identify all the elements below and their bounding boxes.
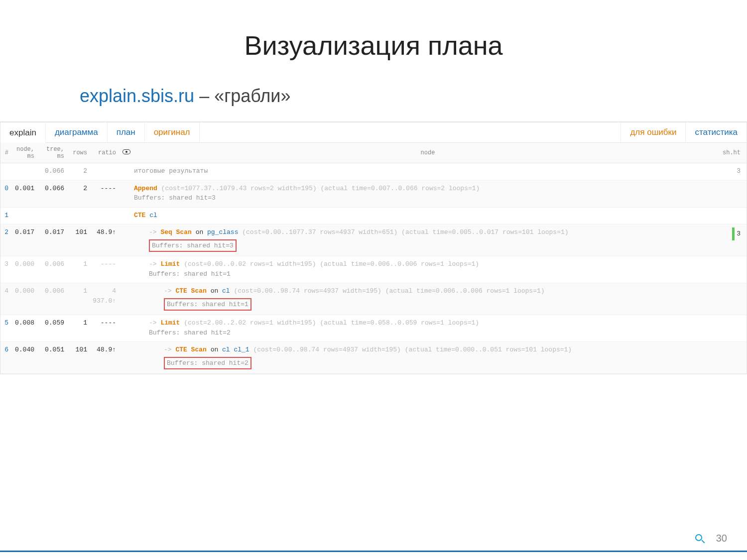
hdr-node: node (132, 149, 722, 156)
total-sh: 3 (722, 166, 747, 176)
row-body: -> Limit (cost=2.00..2.02 rows=1 width=1… (132, 318, 722, 337)
row-ratio (90, 211, 121, 221)
tab-diagram[interactable]: диаграмма (46, 122, 108, 142)
row-sh: 3 (722, 227, 747, 252)
row-num: 4 (0, 286, 10, 311)
total-tree: 0.066 (40, 166, 66, 176)
row-ratio: ---- (90, 318, 121, 337)
row-num: 2 (0, 227, 10, 252)
row-node-ms: 0.040 (10, 345, 36, 369)
row-ratio: ---- (90, 259, 121, 279)
row-rows: 2 (70, 184, 90, 203)
plan-row[interactable]: 00.0010.0662----Append (cost=1077.37..10… (0, 181, 747, 208)
hdr-ratio: ratio (90, 149, 121, 156)
row-num: 3 (0, 259, 10, 279)
row-sh (722, 286, 747, 311)
hdr-sh: sh.ht (722, 149, 747, 156)
footer-line (0, 551, 747, 552)
tab-bar: explain диаграмма план оригинал для ошиб… (0, 122, 747, 143)
row-ratio: 48.9↑ (90, 227, 121, 252)
eye-icon (123, 149, 130, 154)
row-sh (722, 211, 747, 221)
buffers-line: Buffers: shared hit=3 (149, 239, 237, 252)
row-body: Append (cost=1077.37..1079.43 rows=2 wid… (132, 184, 722, 203)
plan-row[interactable]: 20.0170.01710148.9↑-> Seq Scan on pg_cla… (0, 224, 747, 256)
buffers-line: Buffers: shared hit=1 (149, 270, 231, 278)
tab-error[interactable]: для ошибки (621, 122, 685, 142)
row-node-ms (10, 211, 36, 221)
plan-row[interactable]: 1CTE cl (0, 208, 747, 225)
row-tree-ms: 0.017 (40, 227, 66, 252)
row-sh (722, 259, 747, 279)
row-body: -> Limit (cost=0.00..0.02 rows=1 width=1… (132, 259, 722, 279)
row-body: -> Seq Scan on pg_class (cost=0.00..1077… (132, 227, 722, 252)
tab-original[interactable]: оригинал (145, 122, 200, 142)
row-num: 5 (0, 318, 10, 337)
row-rows: 1 (70, 318, 90, 337)
hdr-node-ms: node, ms (10, 146, 36, 160)
explain-panel: explain диаграмма план оригинал для ошиб… (0, 121, 747, 374)
tab-plan[interactable]: план (108, 122, 145, 142)
row-rows: 101 (70, 227, 90, 252)
row-ratio: 4 937.0↑ (90, 286, 121, 311)
buffers-line: Buffers: shared hit=2 (164, 357, 251, 370)
row-sh (722, 318, 747, 337)
buffers-line: Buffers: shared hit=1 (164, 298, 251, 311)
row-num: 1 (0, 211, 10, 221)
row-node-ms: 0.017 (10, 227, 36, 252)
tab-stats[interactable]: статистика (685, 122, 747, 142)
row-body: -> CTE Scan on cl (cost=0.00..98.74 rows… (132, 286, 722, 311)
row-node-ms: 0.001 (10, 184, 36, 203)
plan-row[interactable]: 30.0000.0061-----> Limit (cost=0.00..0.0… (0, 256, 747, 283)
row-ratio: 48.9↑ (90, 345, 121, 369)
row-tree-ms: 0.006 (40, 259, 66, 279)
row-node-ms: 0.008 (10, 318, 36, 337)
row-body: CTE cl (132, 211, 722, 221)
row-num: 6 (0, 345, 10, 369)
hdr-num: # (0, 149, 10, 156)
row-rows: 1 (70, 286, 90, 311)
row-num: 0 (0, 184, 10, 203)
row-rows: 101 (70, 345, 90, 369)
eye-toggle[interactable] (121, 149, 132, 156)
row-rows (70, 211, 90, 221)
total-row: 0.066 2 итоговые результаты 3 (0, 163, 747, 181)
row-node-ms: 0.000 (10, 286, 36, 311)
row-tree-ms: 0.066 (40, 184, 66, 203)
subtitle-rest: – «грабли» (194, 86, 290, 106)
plan-row[interactable]: 50.0080.0591-----> Limit (cost=2.00..2.0… (0, 315, 747, 342)
buffers-line: Buffers: shared hit=3 (134, 194, 216, 202)
hdr-rows: rows (70, 149, 90, 156)
total-rows: 2 (70, 166, 90, 176)
grid-header: # node, ms tree, ms rows ratio node sh.h… (0, 143, 747, 163)
explain-link[interactable]: explain.sbis.ru (80, 86, 194, 106)
row-tree-ms: 0.051 (40, 345, 66, 369)
row-tree-ms: 0.059 (40, 318, 66, 337)
hdr-tree-ms: tree, ms (40, 146, 66, 160)
magnify-icon[interactable] (695, 534, 706, 545)
total-label: итоговые результаты (132, 166, 722, 176)
buffers-line: Buffers: shared hit=2 (149, 329, 231, 336)
slide-title: Визуализация плана (0, 30, 747, 61)
slide-subtitle: explain.sbis.ru – «грабли» (80, 86, 747, 107)
row-tree-ms: 0.006 (40, 286, 66, 311)
row-node-ms: 0.000 (10, 259, 36, 279)
plan-row[interactable]: 40.0000.00614 937.0↑-> CTE Scan on cl (c… (0, 283, 747, 315)
plan-row[interactable]: 60.0400.05110148.9↑-> CTE Scan on cl cl_… (0, 342, 747, 374)
row-sh (722, 184, 747, 203)
row-rows: 1 (70, 259, 90, 279)
row-body: -> CTE Scan on cl cl_1 (cost=0.00..98.74… (132, 345, 722, 369)
row-ratio: ---- (90, 184, 121, 203)
row-tree-ms (40, 211, 66, 221)
page-number: 30 (716, 533, 727, 544)
tab-explain[interactable]: explain (0, 123, 46, 143)
row-sh (722, 345, 747, 369)
